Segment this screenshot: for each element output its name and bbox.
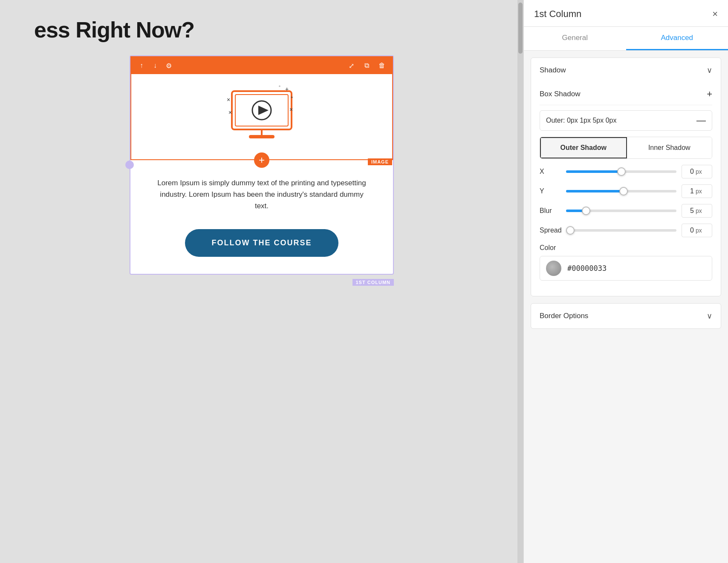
- color-swatch[interactable]: [546, 261, 561, 276]
- y-slider-row: Y 1 px: [540, 184, 712, 198]
- canvas-area: ess Right Now? ↑ ↓ ⚙ ⤢ ⧉ 🗑: [0, 0, 523, 563]
- color-row: Color #00000033: [540, 244, 712, 281]
- expand-button[interactable]: ⤢: [344, 59, 358, 72]
- svg-text:◦: ◦: [279, 83, 280, 89]
- blur-value: 5: [685, 207, 694, 215]
- shadow-section: Shadow ∨ Box Shadow + Outer: 0px 1px 5px…: [531, 57, 721, 296]
- shadow-section-body: Box Shadow + Outer: 0px 1px 5px 0px — Ou…: [531, 83, 721, 296]
- add-shadow-button[interactable]: +: [707, 89, 712, 100]
- right-panel: 1st Column × General Advanced Shadow ∨ B…: [523, 0, 728, 563]
- spread-value-box: 0 px: [682, 224, 712, 237]
- shadow-entry-text: Outer: 0px 1px 5px 0px: [546, 117, 616, 124]
- y-value-box: 1 px: [682, 184, 712, 198]
- spread-label: Spread: [540, 227, 561, 234]
- color-input[interactable]: #00000033: [540, 256, 712, 281]
- spread-slider-thumb[interactable]: [566, 226, 575, 235]
- panel-body: Shadow ∨ Box Shadow + Outer: 0px 1px 5px…: [524, 51, 728, 563]
- panel-tabs: General Advanced: [524, 27, 728, 51]
- blur-slider-thumb[interactable]: [582, 207, 590, 215]
- scrollbar[interactable]: [517, 0, 523, 563]
- copy-button[interactable]: ⧉: [360, 59, 373, 72]
- svg-text:×: ×: [228, 109, 232, 116]
- shadow-entry: Outer: 0px 1px 5px 0px —: [540, 110, 712, 131]
- x-slider-fill: [566, 170, 621, 173]
- spread-unit: px: [696, 227, 702, 234]
- column-dot: [125, 161, 134, 169]
- outer-shadow-button[interactable]: Outer Shadow: [540, 137, 627, 158]
- border-section-title: Border Options: [540, 312, 588, 320]
- svg-text:×: ×: [289, 106, 293, 113]
- svg-text:+: +: [291, 95, 293, 100]
- border-chevron-icon: ∨: [707, 311, 712, 321]
- close-panel-button[interactable]: ×: [712, 9, 718, 19]
- follow-course-button[interactable]: FOLLOW THE COURSE: [185, 229, 338, 257]
- settings-button[interactable]: ⚙: [162, 59, 176, 72]
- move-down-button[interactable]: ↓: [148, 59, 162, 72]
- x-value-box: 0 px: [682, 165, 712, 178]
- column-wrapper: ↑ ↓ ⚙ ⤢ ⧉ 🗑: [130, 55, 394, 275]
- svg-rect-5: [249, 135, 274, 138]
- blur-slider[interactable]: [566, 210, 676, 212]
- x-slider[interactable]: [566, 170, 676, 173]
- spread-slider[interactable]: [566, 229, 676, 232]
- blur-slider-row: Blur 5 px: [540, 204, 712, 218]
- y-slider-thumb[interactable]: [619, 187, 628, 195]
- lorem-text: Lorem Ipsum is simply dummy text of the …: [130, 160, 393, 221]
- shadow-section-header[interactable]: Shadow ∨: [531, 58, 721, 83]
- shadow-toggle: Outer Shadow Inner Shadow: [540, 137, 712, 159]
- x-value: 0: [685, 168, 694, 175]
- image-border: ↑ ↓ ⚙ ⤢ ⧉ 🗑: [130, 56, 393, 160]
- x-slider-thumb[interactable]: [617, 167, 626, 176]
- x-slider-row: X 0 px: [540, 165, 712, 178]
- y-slider-fill: [566, 190, 624, 192]
- color-label: Color: [540, 244, 712, 252]
- y-unit: px: [696, 188, 702, 195]
- monitor-illustration: + + ◦ × × ×: [219, 78, 304, 146]
- blur-unit: px: [696, 207, 702, 214]
- y-value: 1: [685, 187, 694, 195]
- svg-text:+: +: [285, 86, 289, 92]
- move-up-button[interactable]: ↑: [135, 59, 148, 72]
- y-slider[interactable]: [566, 190, 676, 192]
- panel-header: 1st Column ×: [524, 0, 728, 27]
- spread-value: 0: [685, 227, 694, 234]
- add-widget-button[interactable]: +: [254, 152, 269, 168]
- page-title: ess Right Now?: [0, 0, 523, 51]
- blur-label: Blur: [540, 207, 561, 215]
- column-label: 1ST COLUMN: [352, 279, 394, 286]
- blur-value-box: 5 px: [682, 204, 712, 218]
- tab-advanced[interactable]: Advanced: [626, 27, 728, 50]
- tab-general[interactable]: General: [524, 27, 626, 50]
- remove-shadow-button[interactable]: —: [696, 115, 706, 126]
- x-label: X: [540, 168, 561, 175]
- shadow-section-title: Shadow: [540, 66, 566, 75]
- scrollbar-thumb[interactable]: [518, 3, 523, 54]
- y-label: Y: [540, 187, 561, 195]
- box-shadow-row: Box Shadow +: [540, 83, 712, 105]
- image-widget: ↑ ↓ ⚙ ⤢ ⧉ 🗑: [130, 56, 393, 160]
- box-shadow-label: Box Shadow: [540, 90, 580, 98]
- inner-shadow-button[interactable]: Inner Shadow: [627, 137, 712, 158]
- border-section[interactable]: Border Options ∨: [531, 303, 721, 329]
- panel-title: 1st Column: [534, 9, 581, 20]
- x-unit: px: [696, 168, 702, 175]
- image-badge: IMAGE: [368, 158, 392, 165]
- svg-text:×: ×: [227, 96, 230, 103]
- chevron-down-icon: ∨: [707, 66, 712, 75]
- spread-slider-row: Spread 0 px: [540, 224, 712, 237]
- delete-button[interactable]: 🗑: [375, 59, 389, 72]
- widget-toolbar: ↑ ↓ ⚙ ⤢ ⧉ 🗑: [131, 57, 392, 74]
- color-value: #00000033: [567, 264, 607, 273]
